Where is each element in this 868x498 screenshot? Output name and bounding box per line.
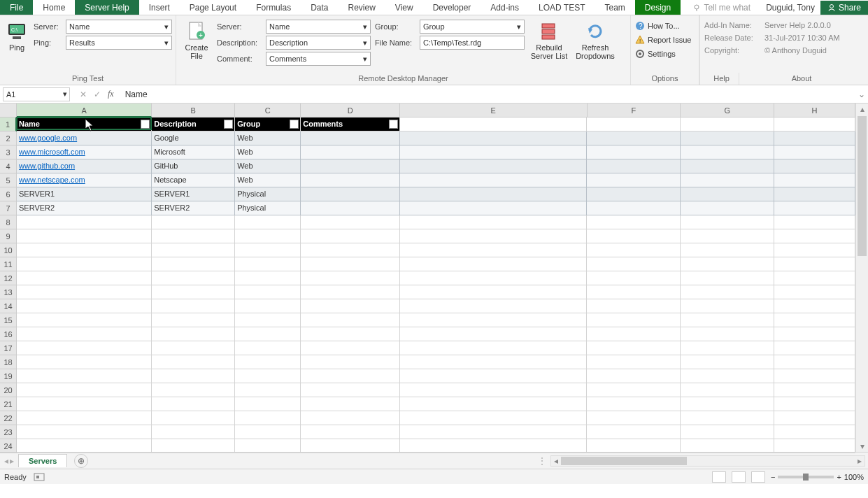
cell[interactable] bbox=[235, 439, 301, 453]
cell[interactable] bbox=[152, 257, 235, 271]
cell[interactable] bbox=[774, 243, 855, 257]
cell[interactable] bbox=[400, 201, 588, 215]
cell[interactable] bbox=[17, 383, 152, 397]
tab-load-test[interactable]: LOAD TEST bbox=[529, 0, 595, 15]
ping-dropdown[interactable]: Results▾ bbox=[66, 36, 172, 50]
cell[interactable] bbox=[400, 118, 588, 131]
cell[interactable] bbox=[587, 369, 681, 383]
cell[interactable] bbox=[587, 397, 681, 411]
scroll-up-icon[interactable]: ▴ bbox=[856, 104, 868, 115]
cell[interactable] bbox=[235, 355, 301, 369]
cell[interactable] bbox=[152, 369, 235, 383]
cell-group[interactable]: Physical bbox=[235, 201, 301, 215]
cell-desc[interactable]: SERVER2 bbox=[152, 201, 235, 215]
tab-page-layout[interactable]: Page Layout bbox=[180, 0, 246, 15]
cell[interactable] bbox=[774, 229, 855, 243]
cell[interactable] bbox=[301, 425, 400, 439]
cell[interactable] bbox=[17, 341, 152, 355]
cell[interactable] bbox=[587, 173, 681, 187]
cell[interactable] bbox=[774, 327, 855, 341]
cell[interactable] bbox=[152, 397, 235, 411]
cell[interactable] bbox=[152, 439, 235, 453]
cell[interactable] bbox=[681, 383, 774, 397]
cell[interactable] bbox=[152, 341, 235, 355]
cell[interactable] bbox=[681, 369, 774, 383]
cell[interactable] bbox=[17, 439, 152, 453]
cell[interactable] bbox=[152, 229, 235, 243]
cell-desc[interactable]: GitHub bbox=[152, 159, 235, 173]
cell[interactable] bbox=[235, 243, 301, 257]
cell[interactable] bbox=[301, 271, 400, 285]
row-header-9[interactable]: 9 bbox=[0, 229, 17, 243]
filter-icon[interactable]: ▾ bbox=[290, 120, 299, 129]
cell-group[interactable]: Physical bbox=[235, 187, 301, 201]
cell[interactable] bbox=[587, 341, 681, 355]
cell[interactable] bbox=[774, 257, 855, 271]
user-name[interactable]: Duguid, Tony bbox=[760, 1, 820, 15]
cell[interactable] bbox=[17, 271, 152, 285]
cell[interactable] bbox=[301, 411, 400, 425]
cell[interactable] bbox=[235, 411, 301, 425]
cell[interactable] bbox=[17, 229, 152, 243]
select-all-corner[interactable] bbox=[0, 104, 17, 118]
cell[interactable] bbox=[681, 159, 774, 173]
cell[interactable] bbox=[681, 355, 774, 369]
tab-server-help[interactable]: Server Help bbox=[75, 0, 138, 15]
row-header-10[interactable]: 10 bbox=[0, 243, 17, 257]
cell[interactable] bbox=[681, 341, 774, 355]
cell[interactable] bbox=[235, 229, 301, 243]
row-header-15[interactable]: 15 bbox=[0, 313, 17, 327]
cell[interactable] bbox=[681, 425, 774, 439]
cell[interactable] bbox=[400, 327, 588, 341]
cell[interactable] bbox=[587, 271, 681, 285]
cell[interactable] bbox=[587, 243, 681, 257]
col-header-D[interactable]: D bbox=[301, 104, 400, 118]
tab-home[interactable]: Home bbox=[33, 0, 75, 15]
share-button[interactable]: Share bbox=[820, 1, 868, 15]
cell[interactable] bbox=[152, 215, 235, 229]
cell[interactable] bbox=[587, 131, 681, 145]
name-box[interactable]: A1▾ bbox=[3, 87, 70, 101]
cell[interactable] bbox=[774, 425, 855, 439]
cell[interactable] bbox=[400, 397, 588, 411]
cell[interactable] bbox=[681, 397, 774, 411]
scroll-left-icon[interactable]: ◂ bbox=[551, 456, 561, 466]
server-dropdown[interactable]: Name▾ bbox=[66, 20, 172, 34]
cell[interactable] bbox=[681, 173, 774, 187]
cell[interactable] bbox=[400, 257, 588, 271]
cell[interactable] bbox=[17, 257, 152, 271]
cell[interactable] bbox=[301, 285, 400, 299]
cell[interactable] bbox=[17, 369, 152, 383]
cell[interactable] bbox=[17, 243, 152, 257]
row-header-18[interactable]: 18 bbox=[0, 355, 17, 369]
rdm-comment-dropdown[interactable]: Comments▾ bbox=[266, 52, 371, 66]
cell[interactable] bbox=[17, 425, 152, 439]
cell-desc[interactable]: Google bbox=[152, 131, 235, 145]
view-layout-button[interactable] bbox=[732, 471, 746, 483]
tab-review[interactable]: Review bbox=[339, 0, 385, 15]
view-normal-button[interactable] bbox=[712, 471, 726, 483]
tab-data[interactable]: Data bbox=[301, 0, 338, 15]
cell[interactable] bbox=[400, 425, 588, 439]
row-header-24[interactable]: 24 bbox=[0, 439, 17, 453]
row-header-17[interactable]: 17 bbox=[0, 341, 17, 355]
cell[interactable] bbox=[587, 159, 681, 173]
cell[interactable] bbox=[774, 159, 855, 173]
cell-comments[interactable] bbox=[301, 131, 400, 145]
cell[interactable] bbox=[587, 118, 681, 131]
cell[interactable] bbox=[774, 383, 855, 397]
row-header-7[interactable]: 7 bbox=[0, 201, 17, 215]
cell[interactable] bbox=[301, 215, 400, 229]
cell[interactable] bbox=[681, 257, 774, 271]
row-header-3[interactable]: 3 bbox=[0, 145, 17, 159]
row-header-2[interactable]: 2 bbox=[0, 131, 17, 145]
cell[interactable] bbox=[587, 215, 681, 229]
cell[interactable] bbox=[587, 299, 681, 313]
scroll-right-icon[interactable]: ▸ bbox=[855, 456, 865, 466]
rdm-desc-dropdown[interactable]: Description▾ bbox=[266, 36, 371, 50]
tab-design[interactable]: Design bbox=[635, 0, 681, 15]
cell-name[interactable]: www.netscape.com bbox=[17, 173, 152, 187]
cell[interactable] bbox=[152, 425, 235, 439]
cell[interactable] bbox=[400, 271, 588, 285]
cell[interactable] bbox=[301, 313, 400, 327]
